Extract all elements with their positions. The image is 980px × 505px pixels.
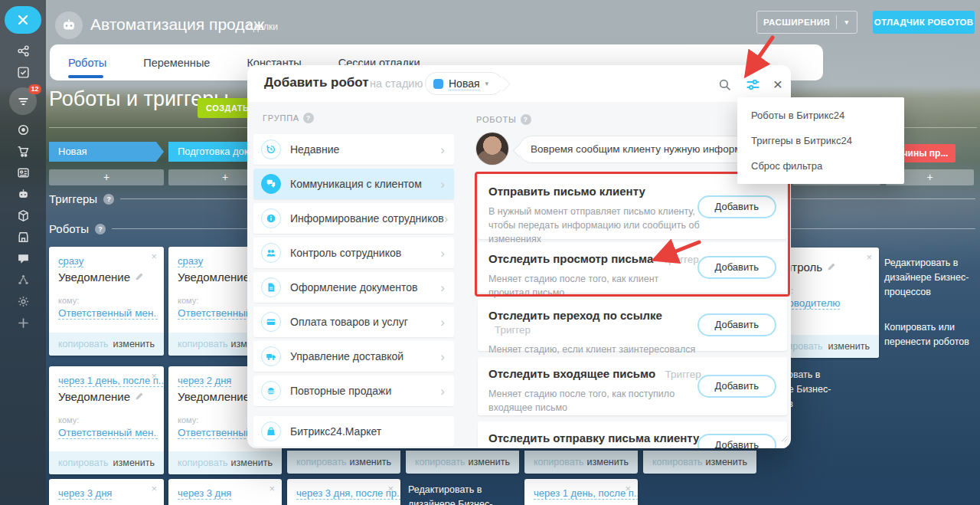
notification-badge: 12 (28, 84, 41, 94)
edit-pencil-icon[interactable] (827, 261, 836, 274)
active-tab-underline (68, 75, 103, 78)
add-button[interactable]: Добавить (697, 313, 776, 336)
edit-pencil-icon[interactable] (135, 390, 144, 403)
robot-option-track-link-click: Отследить переход по ссылке Триггер Меня… (478, 299, 787, 351)
menu-item-triggers-bitrix24[interactable]: Триггеры в Битрикс24 (737, 128, 904, 153)
robot-recipient-link[interactable]: Ответственный мен... (58, 307, 158, 320)
group-item-documents[interactable]: Оформление документов › (253, 272, 454, 303)
chevron-right-icon: › (440, 316, 445, 329)
target-icon[interactable] (10, 123, 36, 136)
close-icon[interactable]: × (151, 484, 157, 494)
cart-icon[interactable] (10, 145, 36, 158)
tab-robots[interactable]: Роботы (68, 57, 106, 69)
edit-link[interactable]: изменить (469, 457, 510, 467)
automation-icon[interactable] (10, 274, 36, 287)
help-icon[interactable]: ? (521, 114, 531, 125)
group-item-repeat-sales[interactable]: Повторные продажи › (253, 375, 454, 406)
edit-link[interactable]: изменить (828, 341, 870, 352)
add-button[interactable]: Добавить (697, 434, 776, 448)
robot-when-link[interactable]: через 2 дня (178, 375, 231, 387)
feed-icon[interactable]: 12 (9, 87, 37, 115)
extensions-button[interactable]: РАСШИРЕНИЯ ▾ (756, 11, 858, 34)
tab-variables[interactable]: Переменные (143, 57, 210, 69)
add-icon[interactable] (10, 316, 36, 330)
menu-item-reset-filter[interactable]: Сброс фильтра (737, 153, 904, 179)
stage-prefix: на стадию (370, 77, 423, 90)
filter-icon[interactable] (744, 76, 761, 93)
edit-link[interactable]: изменить (350, 457, 391, 467)
resize-handle-icon[interactable] (781, 431, 788, 445)
assistant-avatar (476, 133, 508, 165)
market-icon (261, 421, 281, 441)
contacts-icon[interactable] (10, 166, 36, 179)
close-icon[interactable]: × (387, 484, 394, 494)
close-icon[interactable]: × (269, 484, 275, 494)
close-icon[interactable]: × (769, 76, 786, 93)
group-column-header: ГРУППА ? (263, 113, 314, 123)
designer-link[interactable]: Редактировать в дизайнере Бизнес-процесс… (884, 256, 980, 299)
add-button[interactable]: Добавить (697, 195, 776, 218)
robot-card: × через 3 дня, после пр... Контроль (287, 479, 400, 505)
close-icon[interactable]: × (151, 251, 157, 261)
robot-recipient-link[interactable]: Ответственный мен... (58, 427, 158, 439)
close-icon[interactable]: × (866, 252, 872, 262)
group-item-employee-informing[interactable]: Информирование сотрудников › (253, 203, 454, 234)
robot-when-link[interactable]: через 3 дня (58, 487, 112, 500)
stage-new[interactable]: Новая (49, 142, 164, 162)
group-item-market[interactable]: Битрикс24.Маркет (253, 416, 454, 447)
sidebar-close-button[interactable] (5, 6, 41, 34)
chevron-right-icon: › (444, 212, 449, 225)
robot-when-link[interactable]: через 1 день, после п... (534, 487, 638, 500)
edit-link[interactable]: изменить (113, 339, 155, 349)
group-item-recent[interactable]: Недавние › (253, 134, 454, 165)
group-item-payment[interactable]: Оплата товаров и услуг › (253, 307, 454, 337)
robot-when-link[interactable]: через 3 дня (178, 487, 231, 500)
robot-when-link[interactable]: через 3 дня, после пр... (296, 487, 400, 500)
copy-link[interactable]: копировать (652, 457, 703, 467)
tasks-icon[interactable] (10, 66, 36, 79)
edit-link[interactable]: изменить (706, 457, 747, 467)
copy-link[interactable]: копировать (178, 339, 228, 349)
copy-move-link[interactable]: Копировать или перенести роботов (884, 320, 980, 349)
robot-icon[interactable] (10, 188, 36, 201)
group-item-employee-control[interactable]: Контроль сотрудников › (253, 238, 454, 268)
stage-selector[interactable]: Новая ▾ (425, 72, 503, 95)
copy-link[interactable]: копировать (415, 457, 466, 467)
edit-link[interactable]: изменить (113, 457, 155, 468)
store-icon[interactable] (10, 231, 36, 244)
help-icon[interactable]: ? (95, 224, 106, 234)
trigger-badge: Триггер (665, 369, 701, 380)
add-robot-bar[interactable]: + (49, 169, 164, 185)
gear-icon[interactable] (10, 295, 36, 308)
help-icon[interactable]: ? (103, 194, 114, 205)
close-icon[interactable]: × (151, 371, 157, 381)
copy-link[interactable]: копировать (534, 457, 584, 467)
copy-link[interactable]: копировать (178, 457, 228, 468)
copy-link[interactable]: копировать (58, 339, 109, 349)
add-button[interactable]: Добавить (697, 375, 776, 398)
copy-link[interactable]: копировать (58, 457, 109, 468)
edit-pencil-icon[interactable] (135, 271, 144, 284)
robot-debugger-button[interactable]: ОТЛАДЧИК РОБОТОВ (873, 11, 975, 34)
robot-when-link[interactable]: сразу (178, 255, 203, 267)
network-icon[interactable] (10, 44, 36, 57)
edit-link[interactable]: изменить (587, 457, 629, 467)
close-icon[interactable]: × (625, 484, 631, 494)
add-robot-modal: Добавить робот на стадию Новая ▾ × ГРУПП… (247, 65, 791, 448)
help-icon[interactable]: ? (303, 113, 314, 123)
chat-icon[interactable] (10, 252, 36, 265)
robot-option-track-sent-email: Отследить отправку письма клиенту Тригге… (478, 421, 787, 448)
robot-when-link[interactable]: сразу (58, 255, 83, 267)
chevron-down-icon[interactable]: ▾ (837, 18, 857, 26)
product-icon[interactable] (10, 209, 36, 222)
group-item-delivery[interactable]: Управление доставкой › (253, 341, 454, 372)
edit-link[interactable]: изменить (231, 457, 273, 468)
group-item-client-communication[interactable]: Коммуникация с клиентом › (253, 169, 454, 199)
designer-link[interactable]: Редактировать в дизайнере Бизнес-процесс… (408, 483, 508, 505)
app-robot-icon (55, 11, 83, 39)
robot-when-link[interactable]: через 1 день, после п... (58, 375, 164, 387)
menu-item-robots-bitrix24[interactable]: Роботы в Битрикс24 (737, 103, 904, 128)
search-icon[interactable] (716, 76, 733, 93)
copy-link[interactable]: копировать (296, 457, 347, 467)
add-button[interactable]: Добавить (697, 256, 776, 279)
